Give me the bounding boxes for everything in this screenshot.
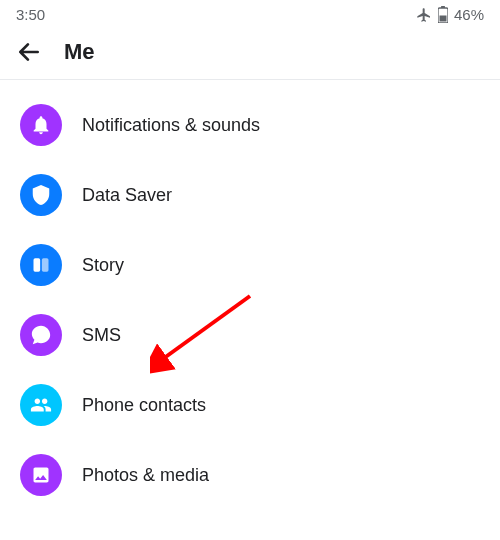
photo-icon [20, 454, 62, 496]
settings-item-data-saver[interactable]: Data Saver [0, 160, 500, 230]
battery-percent: 46% [454, 6, 484, 23]
airplane-mode-icon [416, 7, 432, 23]
status-time: 3:50 [16, 6, 45, 23]
header: Me [0, 27, 500, 80]
chat-icon [20, 314, 62, 356]
story-icon [20, 244, 62, 286]
back-button[interactable] [16, 39, 42, 65]
battery-icon [438, 6, 448, 23]
settings-list: Notifications & sounds Data Saver Story … [0, 80, 500, 520]
settings-item-label: Phone contacts [82, 395, 206, 416]
settings-item-label: Data Saver [82, 185, 172, 206]
settings-item-notifications[interactable]: Notifications & sounds [0, 90, 500, 160]
page-title: Me [64, 39, 95, 65]
status-right: 46% [416, 6, 484, 23]
arrow-left-icon [16, 39, 42, 65]
settings-item-photos-media[interactable]: Photos & media [0, 440, 500, 510]
contacts-icon [20, 384, 62, 426]
svg-rect-2 [439, 16, 446, 22]
settings-item-label: Photos & media [82, 465, 209, 486]
settings-item-story[interactable]: Story [0, 230, 500, 300]
bell-icon [20, 104, 62, 146]
svg-rect-3 [34, 258, 41, 271]
settings-item-sms[interactable]: SMS [0, 300, 500, 370]
settings-item-label: SMS [82, 325, 121, 346]
settings-item-phone-contacts[interactable]: Phone contacts [0, 370, 500, 440]
status-bar: 3:50 46% [0, 0, 500, 27]
shield-icon [20, 174, 62, 216]
settings-item-label: Notifications & sounds [82, 115, 260, 136]
svg-rect-1 [441, 6, 445, 8]
svg-rect-4 [42, 258, 49, 271]
settings-item-label: Story [82, 255, 124, 276]
